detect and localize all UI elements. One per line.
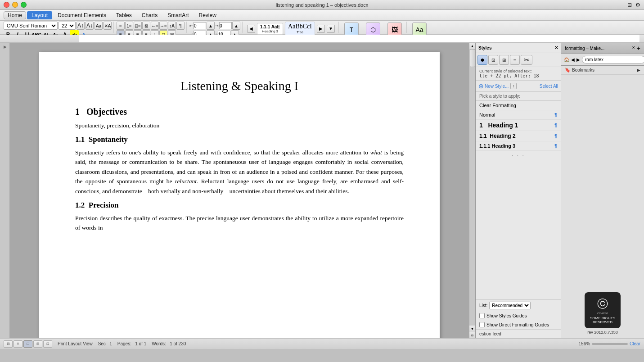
sidebar-back-arrow[interactable]: ◀ xyxy=(571,57,575,62)
bullets-btn[interactable]: ≡ xyxy=(117,22,125,30)
vertical-scrollbar[interactable]: ▲ ▼ ⊟ xyxy=(469,43,475,338)
view-mode-label: Print Layout View xyxy=(58,341,93,346)
menu-document-elements[interactable]: Document Elements xyxy=(53,11,111,19)
sidebar-home-btn[interactable]: 🏠 xyxy=(564,57,569,62)
scroll-down-btn[interactable]: ▼ xyxy=(469,326,476,332)
font-grow-btn[interactable]: A↑ xyxy=(77,22,85,30)
clear-btn[interactable]: Clear xyxy=(630,341,640,346)
styles-icon-btn-2[interactable]: ⊡ xyxy=(488,55,498,65)
menu-charts[interactable]: Charts xyxy=(137,11,162,19)
styles-icons-row: ● ⊡ ⊞ ≡ ✂ xyxy=(476,53,561,67)
window-title: listening and speaking 1 – objectives.do… xyxy=(276,2,368,8)
styles-gallery: ◀ 1.1.1 AaE Heading 3 AaBbCcI Title ▶ ▼ xyxy=(245,22,337,36)
scroll-up-btn[interactable]: ▲ xyxy=(469,43,476,49)
left-panel-icon[interactable]: ▶ xyxy=(3,45,7,49)
style-item-heading2[interactable]: 1.1 Heading 2 ¶ xyxy=(476,131,561,141)
select-all-btn[interactable]: Select All xyxy=(540,84,558,89)
style-item-clear[interactable]: Clear Formatting xyxy=(476,101,561,110)
left-indent-up[interactable]: ▲ xyxy=(207,22,215,30)
menu-smartart[interactable]: SmartArt xyxy=(163,11,193,19)
menu-home[interactable]: Home xyxy=(4,11,26,19)
sidebar-forward-arrow[interactable]: ▶ xyxy=(576,57,580,62)
right-indent-up[interactable]: ▲ xyxy=(232,22,240,30)
font-case-btn[interactable]: Aa xyxy=(95,22,103,30)
sidebar-new-tab-btn[interactable]: + xyxy=(637,45,640,52)
list-select[interactable]: Recommended xyxy=(489,302,531,309)
scroll-split-btn[interactable]: ⊟ xyxy=(469,332,476,338)
current-style-label: Current style of selected text: xyxy=(479,69,557,73)
new-style-plus-icon: ⊕ xyxy=(478,82,484,90)
styles-nav-right[interactable]: ▶ xyxy=(317,25,325,33)
styles-icon-btn-1[interactable]: ● xyxy=(477,55,487,65)
menu-layout[interactable]: Layout xyxy=(27,11,52,19)
style-item-normal[interactable]: Normal ¶ xyxy=(476,110,561,120)
styles-nav-left[interactable]: ◀ xyxy=(247,25,255,33)
more-styles-indicator: · · · xyxy=(476,151,561,160)
status-bar: ⊟ ≡ □ ⊞ ⊡ Print Layout View Sec 1 Pages:… xyxy=(0,338,644,349)
svg-rect-0 xyxy=(79,35,639,42)
clear-format-btn[interactable]: ✕A xyxy=(104,22,112,30)
view-btn-1[interactable]: ⊟ xyxy=(4,340,13,348)
view-btn-5[interactable]: ⊡ xyxy=(43,340,52,348)
view-btn-2[interactable]: ≡ xyxy=(14,340,23,348)
numbered-list-btn[interactable]: 1≡ xyxy=(125,22,133,30)
main-area: ▶ Listening & Speaking I 1 Objectives Sp… xyxy=(0,43,644,338)
maximize-button[interactable] xyxy=(21,2,27,8)
window-controls[interactable] xyxy=(4,2,27,8)
style-item-heading3[interactable]: 1.1.1 Heading 3 ¶ xyxy=(476,141,561,151)
heading3-style-label: 1.1.1 Heading 3 xyxy=(479,143,515,149)
sidebar-search-input[interactable] xyxy=(582,56,644,63)
font-shrink-btn[interactable]: A↓ xyxy=(86,22,94,30)
list-control: List: Recommended xyxy=(476,299,561,311)
question-feed-link[interactable]: estion feed xyxy=(476,329,561,338)
show-styles-guides-checkbox[interactable] xyxy=(479,313,485,318)
sidebar-cc-section: ⓒ cc-wiki SOME RIGHTS RESERVED rev 2012.… xyxy=(561,289,644,338)
sidebar-header: formatting – Make... × + xyxy=(561,43,644,54)
right-indent-input[interactable] xyxy=(219,22,232,29)
new-style-label: New Style... xyxy=(485,84,509,89)
heading3-style-item[interactable]: 1.1.1 AaE Heading 3 xyxy=(257,23,283,35)
show-styles-guides-row: Show Styles Guides xyxy=(476,311,561,320)
title-bar-icons: ⊟ ⚙ xyxy=(627,2,640,8)
h2-1-number: 1.1 xyxy=(75,135,85,144)
gear-icon[interactable]: ⚙ xyxy=(635,2,640,8)
sort-btn[interactable]: ↕A xyxy=(168,22,176,30)
font-section: CMU Serif Roman 22 A↑ A↓ Aa ✕A B I U ABC… xyxy=(2,22,114,33)
view-btn-4[interactable]: ⊞ xyxy=(33,340,42,348)
sidebar-header-btns: × + xyxy=(632,45,640,52)
styles-icon-btn-4[interactable]: ≡ xyxy=(510,55,520,65)
decrease-indent-btn[interactable]: ←≡ xyxy=(151,22,159,30)
styles-icon-btn-5[interactable]: ✂ xyxy=(521,55,532,65)
document-area[interactable]: Listening & Speaking I 1 Objectives Spon… xyxy=(10,43,469,338)
resize-icon: ⊟ xyxy=(627,2,632,8)
ruler-inner xyxy=(79,35,639,42)
styles-more-btn[interactable]: ▼ xyxy=(327,25,335,33)
outline-list-btn[interactable]: ⊟≡ xyxy=(134,22,142,30)
increase-indent-btn[interactable]: →≡ xyxy=(159,22,167,30)
close-button[interactable] xyxy=(4,2,9,8)
view-btn-3[interactable]: □ xyxy=(23,340,32,348)
cc-icons: ⓒ xyxy=(597,297,608,311)
menu-review[interactable]: Review xyxy=(194,11,221,19)
bookmarks-arrow[interactable]: ▶ xyxy=(637,68,640,72)
style-item-heading1[interactable]: 1 Heading 1 ¶ xyxy=(476,120,561,131)
menu-tables[interactable]: Tables xyxy=(112,11,136,19)
title-style-item[interactable]: AaBbCcI Title xyxy=(285,22,315,36)
font-name-select[interactable]: CMU Serif Roman xyxy=(4,22,58,30)
scroll-thumb[interactable] xyxy=(470,49,475,67)
sort-icon-btn[interactable]: ↕ xyxy=(510,83,517,89)
styles-icon-btn-3[interactable]: ⊞ xyxy=(499,55,509,65)
words-value: 1 of 230 xyxy=(170,341,186,346)
styles-close-btn[interactable]: × xyxy=(555,45,558,51)
words-label: Words: xyxy=(152,341,166,346)
sidebar-back-btn[interactable]: × xyxy=(632,45,635,52)
show-direct-formatting-checkbox[interactable] xyxy=(479,322,485,327)
new-style-btn[interactable]: ⊕ New Style... xyxy=(478,82,509,90)
list-style-btn[interactable]: ⊠ xyxy=(142,22,150,30)
minimize-button[interactable] xyxy=(12,2,18,8)
font-size-select[interactable]: 22 xyxy=(59,22,76,30)
left-indent-input[interactable] xyxy=(194,22,206,29)
pilcrow-btn[interactable]: ¶ xyxy=(176,22,185,30)
zoom-slider[interactable] xyxy=(592,343,628,345)
scroll-track[interactable] xyxy=(469,49,475,326)
